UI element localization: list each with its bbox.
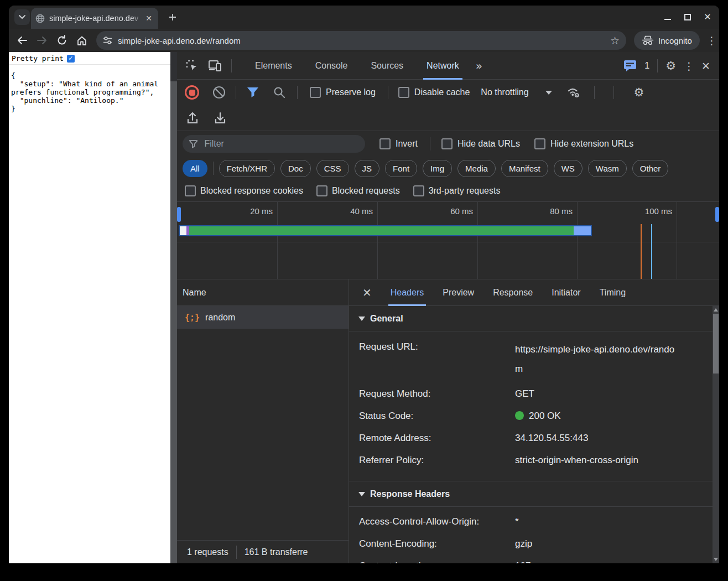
header-label: Referrer Policy: <box>349 453 515 467</box>
details-tab-preview[interactable]: Preview <box>443 279 474 306</box>
url-text[interactable]: simple-joke-api.deno.dev/random <box>118 36 610 45</box>
timeline-right-handle[interactable] <box>715 207 719 222</box>
scroll-down-arrow-icon[interactable] <box>714 558 718 561</box>
header-value: strict-origin-when-cross-origin <box>515 453 681 467</box>
details-scrollbar[interactable] <box>713 306 719 563</box>
home-button[interactable] <box>75 34 89 47</box>
pretty-print-checkbox[interactable]: ✓ <box>67 55 75 63</box>
details-close-button[interactable]: ✕ <box>362 286 372 299</box>
timeline-tick: 40 ms <box>334 206 373 216</box>
domcontentloaded-marker <box>651 224 652 279</box>
bookmark-star-icon[interactable]: ☆ <box>610 34 620 46</box>
name-column-header[interactable]: Name <box>177 279 349 306</box>
tab-close-icon[interactable]: ✕ <box>144 13 154 23</box>
throttling-caret-icon[interactable] <box>545 91 552 95</box>
tab-search-button[interactable] <box>14 9 30 25</box>
preserve-log-checkbox[interactable] <box>310 87 321 98</box>
header-label: Access-Control-Allow-Origin: <box>349 515 515 528</box>
details-tab-headers[interactable]: Headers <box>391 279 424 306</box>
details-tab-timing[interactable]: Timing <box>600 279 626 306</box>
window-close-button[interactable]: ✕ <box>704 13 711 21</box>
import-har-button[interactable] <box>185 110 200 126</box>
hide-extension-urls-label: Hide extension URLs <box>550 139 633 149</box>
chip-doc[interactable]: Doc <box>280 160 311 177</box>
minimize-button[interactable] <box>664 13 672 21</box>
inspect-cursor-icon <box>185 59 199 72</box>
network-conditions-button[interactable] <box>566 85 582 100</box>
network-settings-gear-icon[interactable]: ⚙ <box>634 86 644 99</box>
blocked-requests-checkbox[interactable] <box>316 185 327 196</box>
devtools-tab-sources[interactable]: Sources <box>371 52 403 80</box>
header-label: Status Code: <box>349 409 515 423</box>
throttling-select[interactable]: No throttling <box>481 87 528 97</box>
timeline-left-handle[interactable] <box>177 207 181 222</box>
browser-tab[interactable]: simple-joke-api.deno.dev ✕ <box>31 8 158 29</box>
devtools-tab-network[interactable]: Network <box>427 52 459 80</box>
devtools-menu-button[interactable]: ⋮ <box>684 60 694 72</box>
address-bar[interactable]: simple-joke-api.deno.dev/random ☆ <box>96 31 626 50</box>
hide-extension-urls-checkbox[interactable] <box>534 138 545 149</box>
page-scrollbar[interactable] <box>170 52 177 563</box>
new-tab-button[interactable] <box>166 11 179 24</box>
chip-img[interactable]: Img <box>423 160 452 177</box>
network-overview-timeline[interactable]: 20 ms 40 ms 60 ms 80 ms 100 ms <box>177 201 719 279</box>
devtools-tab-elements[interactable]: Elements <box>255 52 292 80</box>
forward-button[interactable] <box>35 34 49 47</box>
chip-manifest[interactable]: Manifest <box>501 160 548 177</box>
export-har-button[interactable] <box>212 110 228 126</box>
devtools-close-button[interactable]: ✕ <box>701 60 710 72</box>
maximize-button[interactable] <box>684 13 691 21</box>
header-row: Content-Length: 107 <box>349 553 713 563</box>
third-party-requests-checkbox[interactable] <box>413 185 424 196</box>
devtools-tab-console[interactable]: Console <box>315 52 348 80</box>
header-value: https://simple-joke-api.deno.dev/random <box>515 340 681 378</box>
details-tab-response[interactable]: Response <box>493 279 533 306</box>
browser-menu-button[interactable]: ⋮ <box>706 34 716 46</box>
request-row-random[interactable]: {;} random <box>177 306 349 329</box>
chip-other[interactable]: Other <box>632 160 669 177</box>
funnel-icon <box>247 87 259 98</box>
devtools-settings-gear-icon[interactable]: ⚙ <box>665 59 676 72</box>
response-headers-section-header[interactable]: Response Headers <box>349 481 713 507</box>
chip-js[interactable]: JS <box>355 160 380 177</box>
chip-font[interactable]: Font <box>385 160 417 177</box>
back-button[interactable] <box>15 34 29 47</box>
pretty-print-bar: Pretty print ✓ <box>9 52 170 65</box>
request-waterfall-bar[interactable] <box>180 226 591 235</box>
chip-media[interactable]: Media <box>457 160 496 177</box>
devtools-panel: Elements Console Sources Network » 1 ⚙ ⋮… <box>177 52 719 563</box>
reload-button[interactable] <box>55 34 69 47</box>
chip-all[interactable]: All <box>183 160 207 177</box>
incognito-icon <box>642 35 654 45</box>
requests-table: Name {;} random 1 requests 161 B transfe… <box>177 279 349 563</box>
record-network-log-button[interactable] <box>185 85 199 100</box>
search-network-button[interactable] <box>272 85 287 100</box>
blocked-response-cookies-checkbox[interactable] <box>185 185 196 196</box>
scroll-up-arrow-icon[interactable] <box>714 308 718 312</box>
blocked-response-cookies-label: Blocked response cookies <box>200 186 303 196</box>
chip-css[interactable]: CSS <box>316 160 349 177</box>
chip-wasm[interactable]: Wasm <box>588 160 627 177</box>
divider <box>594 86 595 99</box>
filter-toggle-button[interactable] <box>245 85 261 100</box>
header-value: GET <box>515 387 681 401</box>
chip-ws[interactable]: WS <box>554 160 583 177</box>
general-section-header[interactable]: General <box>349 306 713 331</box>
pretty-print-label: Pretty print <box>12 54 64 63</box>
invert-checkbox[interactable] <box>379 138 391 149</box>
more-tabs-icon[interactable]: » <box>476 59 482 72</box>
inspect-element-button[interactable] <box>184 58 200 74</box>
console-message-count[interactable]: 1 <box>644 61 649 71</box>
gridline <box>577 202 578 279</box>
console-messages-icon[interactable] <box>623 60 637 72</box>
chip-fetch-xhr[interactable]: Fetch/XHR <box>219 160 275 177</box>
header-value: 107 <box>515 559 681 563</box>
hide-data-urls-checkbox[interactable] <box>441 138 453 149</box>
details-tab-initiator[interactable]: Initiator <box>552 279 580 306</box>
device-toolbar-button[interactable] <box>207 58 223 74</box>
clear-network-log-button[interactable] <box>211 85 227 100</box>
disable-cache-checkbox[interactable] <box>398 87 409 98</box>
filter-input[interactable] <box>203 138 358 149</box>
scrollbar-thumb[interactable] <box>713 314 719 374</box>
site-info-icon[interactable] <box>103 36 112 45</box>
